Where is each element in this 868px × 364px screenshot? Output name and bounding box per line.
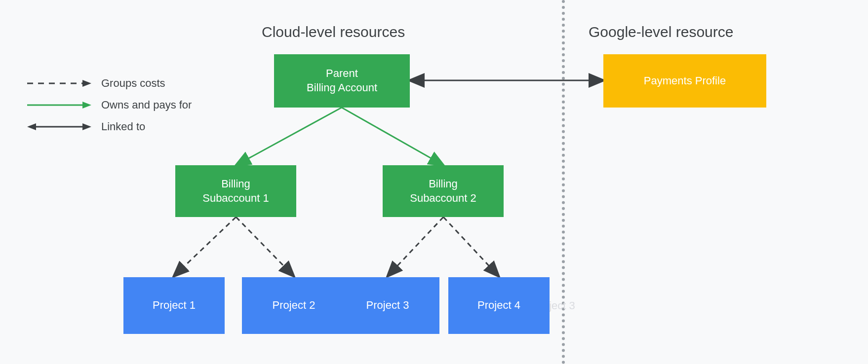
legend-label-linked: Linked to (101, 120, 145, 133)
legend-label-groups: Groups costs (101, 77, 165, 90)
project-1-node: Project 1 (123, 277, 225, 334)
solid-green-arrow-icon (27, 99, 91, 111)
payments-profile-node: Payments Profile (603, 54, 766, 108)
parent-billing-account-node: Parent Billing Account (274, 54, 410, 108)
legend-groups-costs: Groups costs (27, 77, 192, 90)
dashed-arrow-icon (27, 77, 91, 89)
svg-marker-1 (82, 80, 91, 87)
svg-line-12 (342, 108, 443, 165)
cloud-level-heading: Cloud-level resources (262, 24, 405, 40)
legend-linked-to: Linked to (27, 120, 192, 133)
legend-label-owns: Owns and pays for (101, 99, 192, 111)
legend-owns-pays: Owns and pays for (27, 99, 192, 111)
billing-subaccount-1-node: Billing Subaccount 1 (175, 165, 296, 217)
legend: Groups costs Owns and pays for Linked to (27, 77, 192, 142)
google-level-heading: Google-level resource (589, 24, 733, 40)
svg-marker-4 (27, 123, 36, 130)
svg-marker-3 (82, 102, 91, 109)
project-3-node: Project 3 (336, 277, 439, 334)
project-4-node: Project 4 (448, 277, 550, 334)
svg-marker-6 (82, 123, 91, 130)
svg-line-15 (388, 217, 443, 276)
svg-line-16 (443, 217, 499, 276)
billing-subaccount-2-node: Billing Subaccount 2 (383, 165, 504, 217)
svg-line-11 (236, 108, 342, 165)
project-2-node: Project 2 (242, 277, 346, 334)
double-arrow-icon (27, 121, 91, 133)
svg-line-13 (174, 217, 236, 276)
svg-line-14 (236, 217, 294, 276)
